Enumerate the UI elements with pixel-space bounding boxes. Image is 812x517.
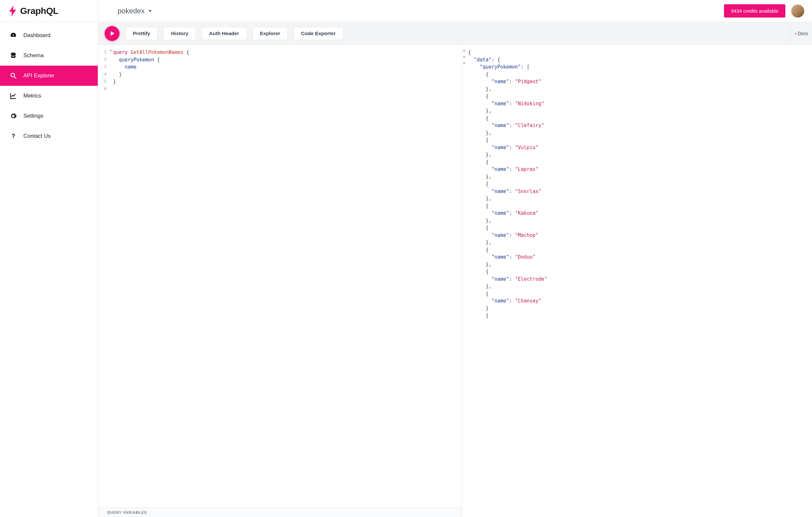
result-line: },	[468, 283, 806, 290]
query-editor-pane: 1query GetAllPokemonNames {2 queryPokemo…	[98, 45, 462, 517]
result-viewer[interactable]: { "data": { "queryPokemon": [ { "name": …	[462, 45, 812, 517]
code-line: 1query GetAllPokemonNames {	[98, 49, 462, 56]
dashboard-icon	[10, 32, 17, 39]
brand-wordmark: GraphQL	[20, 6, 58, 16]
result-line: {	[468, 312, 806, 320]
sidebar-item-settings[interactable]: Settings	[0, 106, 98, 126]
sidebar-item-api-explorer[interactable]: API Explorer	[0, 66, 98, 86]
gears-icon	[10, 112, 17, 119]
chart-icon	[10, 92, 17, 100]
auth-header-button[interactable]: Auth Header	[202, 27, 246, 40]
query-variables-toggle[interactable]: QUERY VARIABLES	[98, 507, 462, 517]
result-line: },	[468, 261, 806, 268]
help-icon: ?	[10, 133, 17, 140]
docs-panel-toggle[interactable]: ‹ Docs	[790, 22, 812, 45]
database-icon	[10, 52, 17, 59]
docs-label: Docs	[798, 31, 808, 36]
sidebar-item-label: Schema	[23, 52, 44, 59]
sidebar-item-label: Settings	[23, 113, 43, 119]
sidebar-item-label: Metrics	[23, 92, 41, 99]
result-line: {	[468, 92, 806, 100]
result-line: },	[468, 173, 806, 181]
run-button[interactable]	[105, 26, 119, 41]
result-line: },	[468, 239, 806, 246]
code-line: 6	[98, 85, 462, 92]
result-line: "name": "Clefairy"	[468, 122, 806, 129]
code-line: 5}	[98, 78, 462, 85]
sidebar: GraphQL DashboardSchemaAPI ExplorerMetri…	[0, 0, 98, 517]
svg-marker-0	[9, 5, 16, 17]
result-line: "name": "Snorlax"	[468, 188, 806, 195]
result-line: {	[468, 290, 806, 298]
search-icon	[10, 72, 17, 79]
workarea: 1query GetAllPokemonNames {2 queryPokemo…	[98, 45, 812, 517]
query-editor[interactable]: 1query GetAllPokemonNames {2 queryPokemo…	[98, 45, 462, 507]
result-line: },	[468, 129, 806, 137]
result-line: {	[468, 136, 806, 144]
caret-down-icon	[148, 10, 152, 12]
code-line: 3 name	[98, 63, 462, 71]
sidebar-item-dashboard[interactable]: Dashboard	[0, 25, 98, 46]
result-line: },	[468, 107, 806, 115]
result-line: },	[468, 195, 806, 202]
sidebar-item-label: Dashboard	[23, 32, 50, 39]
svg-marker-5	[111, 31, 115, 35]
result-line: "name": "Machop"	[468, 232, 806, 239]
result-line: "name": "Kakuna"	[468, 210, 806, 217]
sidebar-item-label: Contact Us	[23, 133, 51, 139]
result-fold-gutter	[463, 49, 465, 65]
code-line: 2 queryPokemon {	[98, 56, 462, 64]
topbar: pokedex 9434 credits available	[98, 0, 812, 22]
toolbar: Prettify History Auth Header Explorer Co…	[98, 22, 812, 45]
result-line: "name": "Nidoking"	[468, 100, 806, 108]
sidebar-nav: DashboardSchemaAPI ExplorerMetricsSettin…	[0, 22, 98, 146]
result-pane: { "data": { "queryPokemon": [ { "name": …	[462, 45, 812, 517]
prettify-button[interactable]: Prettify	[125, 27, 157, 40]
chevron-left-icon: ‹	[795, 31, 796, 36]
sidebar-item-contact-us[interactable]: ?Contact Us	[0, 126, 98, 146]
result-line: {	[468, 268, 806, 276]
sidebar-item-metrics[interactable]: Metrics	[0, 86, 98, 106]
result-line: "name": "Lapras"	[468, 166, 806, 173]
result-line: "name": "Electrode"	[468, 276, 806, 283]
result-line: "data": {	[468, 56, 806, 64]
result-line: {	[468, 49, 806, 56]
result-line: },	[468, 217, 806, 224]
result-line: "name": "Vulpix"	[468, 144, 806, 152]
avatar[interactable]	[791, 4, 804, 18]
result-line: {	[468, 71, 806, 78]
result-line: },	[468, 85, 806, 93]
sidebar-item-label: API Explorer	[23, 73, 54, 79]
dataset-picker[interactable]: pokedex	[118, 7, 152, 15]
result-line: {	[468, 224, 806, 232]
play-icon	[109, 30, 115, 37]
svg-point-1	[11, 53, 16, 55]
fold-caret-icon[interactable]	[110, 50, 112, 52]
dataset-name: pokedex	[118, 7, 145, 15]
result-line: {	[468, 202, 806, 210]
result-line: {	[468, 115, 806, 122]
sidebar-item-schema[interactable]: Schema	[0, 46, 98, 66]
result-line: {	[468, 180, 806, 188]
code-exporter-button[interactable]: Code Exporter	[294, 27, 343, 40]
explorer-button[interactable]: Explorer	[252, 27, 288, 40]
result-line: "name": "Doduo"	[468, 253, 806, 261]
code-line: 4 }	[98, 71, 462, 78]
result-line: "queryPokemon": [	[468, 63, 806, 71]
brand-logo: GraphQL	[0, 0, 98, 22]
result-line: {	[468, 246, 806, 254]
result-line: },	[468, 151, 806, 159]
result-line: }	[468, 305, 806, 312]
history-button[interactable]: History	[163, 27, 196, 40]
result-line: "name": "Pidgeot"	[468, 78, 806, 85]
result-line: {	[468, 159, 806, 166]
result-line: "name": "Chansey"	[468, 297, 806, 305]
credits-button[interactable]: 9434 credits available	[724, 4, 785, 18]
svg-line-3	[14, 77, 16, 79]
bolt-icon	[8, 5, 17, 17]
svg-text:?: ?	[11, 133, 15, 139]
